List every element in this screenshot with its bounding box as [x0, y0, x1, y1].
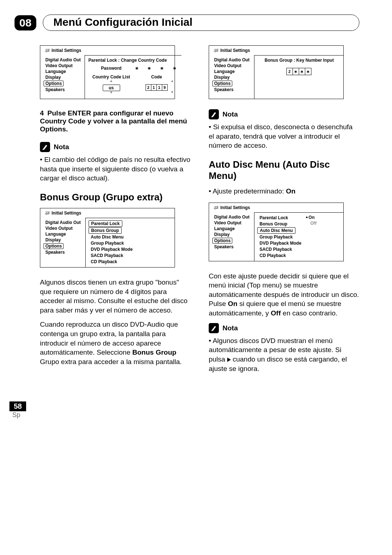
label-password: Password — [88, 66, 135, 71]
menu-item: Language — [214, 226, 250, 231]
option-sacd-playback: SACD Playback — [89, 253, 125, 258]
return-arrow-icon — [213, 49, 218, 52]
auto-paragraph-1: Con este ajuste puede decidir si quiere … — [209, 272, 359, 318]
menu-item-selected: Options — [45, 81, 81, 86]
value-off: Off — [310, 221, 340, 226]
menu-item: Display — [45, 237, 82, 242]
note-3-text: Algunos discos DVD muestran el menú auto… — [209, 336, 359, 374]
menu-item: Speakers — [45, 87, 81, 92]
up-arrow-icon: ▲ — [135, 79, 179, 82]
menu-item: Video Output — [45, 63, 81, 68]
heading-bonus-group: Bonus Group (Grupo extra) — [40, 192, 191, 203]
settings-panel-country-code: Initial Settings Digital Audio Out Video… — [40, 45, 175, 99]
option-dvd-playback: DVD Playback Mode — [257, 240, 303, 246]
down-arrow-icon: ▼ — [88, 91, 135, 94]
note-icon — [209, 109, 219, 119]
menu-item: Speakers — [214, 244, 250, 249]
note-icon — [40, 142, 50, 152]
return-arrow-icon — [45, 49, 49, 52]
option-cd-playback: CD Playback — [89, 259, 119, 265]
menu-item-selected: Options — [45, 243, 82, 249]
option-auto-disc-menu: Auto Disc Menu — [89, 234, 126, 240]
menu-item: Video Output — [45, 226, 82, 231]
option-cd-playback: CD Playback — [257, 253, 288, 258]
password-dots: ∗ ∗ ∗ ∗ — [135, 66, 179, 71]
up-arrow-icon: ▲ — [88, 79, 135, 82]
panel-title: Initial Settings — [220, 205, 250, 210]
menu-item: Video Output — [214, 63, 250, 68]
option-dvd-playback: DVD Playback Mode — [89, 246, 135, 252]
return-arrow-icon — [213, 206, 218, 209]
value-on: On — [306, 215, 340, 220]
menu-item: Display — [45, 75, 81, 80]
option-group-playback: Group Playback — [257, 234, 295, 240]
panel-title: Initial Settings — [52, 48, 81, 53]
settings-panel-bonus-group: Initial Settings Digital Audio Out Video… — [40, 208, 175, 268]
return-arrow-icon — [45, 211, 49, 215]
option-group-playback: Group Playback — [89, 240, 126, 246]
heading-auto-disc-menu: Auto Disc Menu (Auto Disc Menu) — [209, 159, 359, 181]
bonus-paragraph-1: Algunos discos tienen un extra grupo "bo… — [40, 278, 191, 315]
note-label: Nota — [54, 143, 69, 151]
key-digits: 2 ∗ ∗ ∗ — [257, 68, 340, 75]
menu-item: Display — [214, 232, 250, 237]
panel-left-menu: Digital Audio Out Video Output Language … — [209, 55, 254, 99]
menu-item: Language — [45, 232, 82, 237]
chapter-number: 08 — [15, 15, 36, 30]
option-parental-lock: Parental Lock — [89, 220, 122, 227]
option-bonus-group: Bonus Group — [257, 221, 290, 227]
menu-item: Language — [45, 69, 81, 74]
play-icon — [227, 358, 231, 362]
menu-item: Speakers — [45, 250, 82, 255]
down-arrow-icon: ▼ — [135, 91, 179, 94]
chapter-title-frame: Menú Configuración Inicial — [43, 15, 359, 31]
menu-item-selected: Options — [214, 238, 250, 244]
panel-left-menu: Digital Audio Out Video Output Language … — [40, 218, 85, 267]
menu-item: Digital Audio Out — [45, 57, 81, 62]
auto-default-text: Ajuste predeterminado: On — [209, 187, 359, 196]
menu-item: Digital Audio Out — [214, 215, 250, 220]
menu-item-selected: Options — [214, 81, 250, 86]
panel-subtitle: Parental Lock : Change Country Code — [89, 58, 179, 63]
step-4-text: 4Pulse ENTER para configurar el nuevo Co… — [40, 109, 191, 133]
panel-left-menu: Digital Audio Out Video Output Language … — [40, 55, 85, 99]
note-icon — [209, 323, 219, 333]
panel-left-menu: Digital Audio Out Video Output Language … — [209, 212, 254, 261]
page-number: 58 — [9, 401, 26, 411]
menu-item: Speakers — [214, 87, 250, 92]
note-2-text: Si expulsa el disco, desconecta o desenc… — [209, 122, 359, 150]
panel-title: Initial Settings — [52, 211, 81, 216]
menu-item: Display — [214, 75, 250, 80]
note-1-text: El cambio del código de país no resulta … — [40, 155, 191, 183]
settings-panel-auto-disc-menu: Initial Settings Digital Audio Out Video… — [209, 203, 344, 261]
menu-item: Digital Audio Out — [214, 57, 250, 62]
menu-item: Video Output — [214, 220, 250, 225]
option-bonus-group: Bonus Group — [89, 227, 122, 234]
chapter-title: Menú Configuración Inicial — [53, 16, 192, 28]
panel-title: Initial Settings — [220, 48, 250, 53]
menu-item: Language — [214, 69, 250, 74]
option-sacd-playback: SACD Playback — [257, 246, 294, 252]
option-auto-disc-menu: Auto Disc Menu — [257, 227, 295, 234]
note-label: Nota — [222, 110, 238, 118]
settings-panel-key-number: Initial Settings Digital Audio Out Video… — [209, 45, 344, 99]
menu-item: Digital Audio Out — [45, 220, 82, 225]
bonus-paragraph-2: Cuando reproduzca un disco DVD-Audio que… — [40, 320, 191, 366]
language-tag: Sp — [12, 411, 359, 419]
panel-subtitle: Bonus Group : Key Number Input — [265, 58, 340, 63]
option-parental-lock: Parental Lock — [257, 215, 290, 221]
note-label: Nota — [222, 324, 238, 332]
